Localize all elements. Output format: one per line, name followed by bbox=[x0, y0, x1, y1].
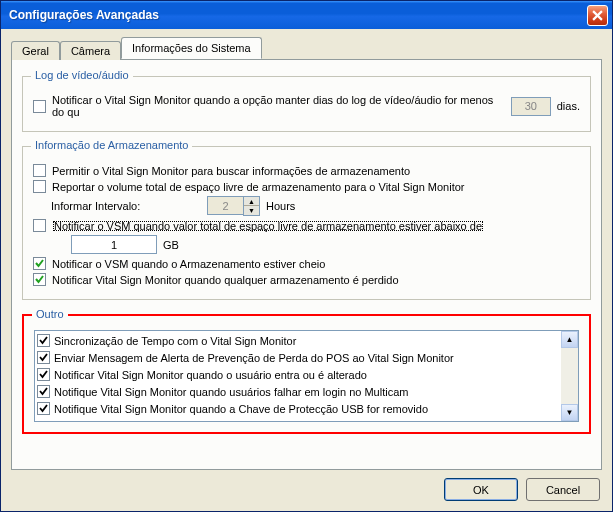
tabpage-system-info: Log de vídeo/áudio Notificar o Vital Sig… bbox=[11, 59, 602, 470]
checkbox-storage-report[interactable] bbox=[33, 180, 46, 193]
group-other: Outro Sincronização de Tempo com o Vital… bbox=[22, 314, 591, 434]
checkbox-video-notify[interactable] bbox=[33, 100, 46, 113]
list-item-label: Notificar Vital Sign Monitor quando o us… bbox=[54, 369, 367, 381]
label-interval: Informar Intervalo: bbox=[51, 200, 201, 212]
input-video-days bbox=[511, 97, 551, 116]
input-threshold[interactable] bbox=[71, 235, 157, 254]
label-storage-allow[interactable]: Permitir o Vital Sign Monitor para busca… bbox=[52, 165, 410, 177]
group-video-log-title: Log de vídeo/áudio bbox=[31, 69, 133, 81]
checkbox-storage-notify-lost[interactable] bbox=[33, 273, 46, 286]
dialog-button-row: OK Cancel bbox=[11, 470, 602, 501]
checkbox-storage-notify-full[interactable] bbox=[33, 257, 46, 270]
list-item[interactable]: Notifique Vital Sign Monitor quando a Ch… bbox=[37, 400, 559, 417]
checkbox-storage-allow[interactable] bbox=[33, 164, 46, 177]
spinner-interval: ▲ ▼ bbox=[207, 196, 260, 216]
label-video-notify[interactable]: Notificar o Vital Sign Monitor quando a … bbox=[52, 94, 505, 118]
label-storage-notify-below[interactable]: Notificar o VSM quando valor total de es… bbox=[52, 220, 484, 232]
listbox-other-inner: Sincronização de Tempo com o Vital Sign … bbox=[35, 331, 561, 421]
list-item-label: Enviar Mensagem de Alerta de Prevenção d… bbox=[54, 352, 454, 364]
spin-buttons-interval: ▲ ▼ bbox=[243, 196, 260, 216]
cancel-button[interactable]: Cancel bbox=[526, 478, 600, 501]
scrollbar-other[interactable]: ▲ ▼ bbox=[561, 331, 578, 421]
advanced-settings-window: Configurações Avançadas Geral Câmera Inf… bbox=[0, 0, 613, 512]
close-button[interactable] bbox=[587, 5, 608, 26]
tab-system-info[interactable]: Informações do Sistema bbox=[121, 37, 262, 59]
list-item[interactable]: Notificar Vital Sign Monitor quando o us… bbox=[37, 366, 559, 383]
row-storage-notify-lost: Notificar Vital Sign Monitor quando qual… bbox=[33, 273, 580, 286]
titlebar[interactable]: Configurações Avançadas bbox=[1, 1, 612, 29]
scroll-down-button[interactable]: ▼ bbox=[561, 404, 578, 421]
scroll-track[interactable] bbox=[561, 348, 578, 404]
scroll-up-button[interactable]: ▲ bbox=[561, 331, 578, 348]
window-title: Configurações Avançadas bbox=[9, 8, 159, 22]
list-checkbox[interactable] bbox=[37, 402, 50, 415]
row-storage-notify-below: Notificar o VSM quando valor total de es… bbox=[33, 219, 580, 232]
tab-general[interactable]: Geral bbox=[11, 41, 60, 60]
list-checkbox[interactable] bbox=[37, 334, 50, 347]
client-area: Geral Câmera Informações do Sistema Log … bbox=[1, 29, 612, 511]
row-storage-threshold: GB bbox=[33, 235, 580, 254]
tabrow: Geral Câmera Informações do Sistema bbox=[11, 37, 602, 59]
list-item-label: Notifique Vital Sign Monitor quando a Ch… bbox=[54, 403, 428, 415]
checkbox-storage-notify-below[interactable] bbox=[33, 219, 46, 232]
list-checkbox[interactable] bbox=[37, 351, 50, 364]
label-storage-notify-full[interactable]: Notificar o VSM quando o Armazenamento e… bbox=[52, 258, 325, 270]
row-storage-notify-full: Notificar o VSM quando o Armazenamento e… bbox=[33, 257, 580, 270]
list-item[interactable]: Enviar Mensagem de Alerta de Prevenção d… bbox=[37, 349, 559, 366]
close-icon bbox=[592, 10, 603, 21]
row-storage-interval: Informar Intervalo: ▲ ▼ Hours bbox=[33, 196, 580, 216]
input-interval bbox=[207, 196, 243, 215]
tab-camera[interactable]: Câmera bbox=[60, 41, 121, 60]
spin-down-interval[interactable]: ▼ bbox=[244, 206, 259, 215]
ok-button[interactable]: OK bbox=[444, 478, 518, 501]
list-checkbox[interactable] bbox=[37, 368, 50, 381]
group-other-title: Outro bbox=[32, 308, 68, 320]
label-days-suffix: dias. bbox=[557, 100, 580, 112]
label-threshold-unit: GB bbox=[163, 239, 179, 251]
label-storage-notify-lost[interactable]: Notificar Vital Sign Monitor quando qual… bbox=[52, 274, 399, 286]
row-video-notify: Notificar o Vital Sign Monitor quando a … bbox=[33, 94, 580, 118]
group-storage: Informação de Armazenamento Permitir o V… bbox=[22, 146, 591, 300]
list-item-label: Sincronização de Tempo com o Vital Sign … bbox=[54, 335, 296, 347]
list-item[interactable]: Notifique Vital Sign Monitor quando usuá… bbox=[37, 383, 559, 400]
label-storage-report[interactable]: Reportar o volume total de espaço livre … bbox=[52, 181, 465, 193]
group-storage-title: Informação de Armazenamento bbox=[31, 139, 192, 151]
row-storage-allow: Permitir o Vital Sign Monitor para busca… bbox=[33, 164, 580, 177]
list-item-label: Notifique Vital Sign Monitor quando usuá… bbox=[54, 386, 408, 398]
list-checkbox[interactable] bbox=[37, 385, 50, 398]
group-video-log: Log de vídeo/áudio Notificar o Vital Sig… bbox=[22, 76, 591, 132]
list-item[interactable]: Sincronização de Tempo com o Vital Sign … bbox=[37, 332, 559, 349]
label-interval-unit: Hours bbox=[266, 200, 295, 212]
spin-up-interval[interactable]: ▲ bbox=[244, 197, 259, 206]
row-storage-report: Reportar o volume total de espaço livre … bbox=[33, 180, 580, 193]
listbox-other: Sincronização de Tempo com o Vital Sign … bbox=[34, 330, 579, 422]
